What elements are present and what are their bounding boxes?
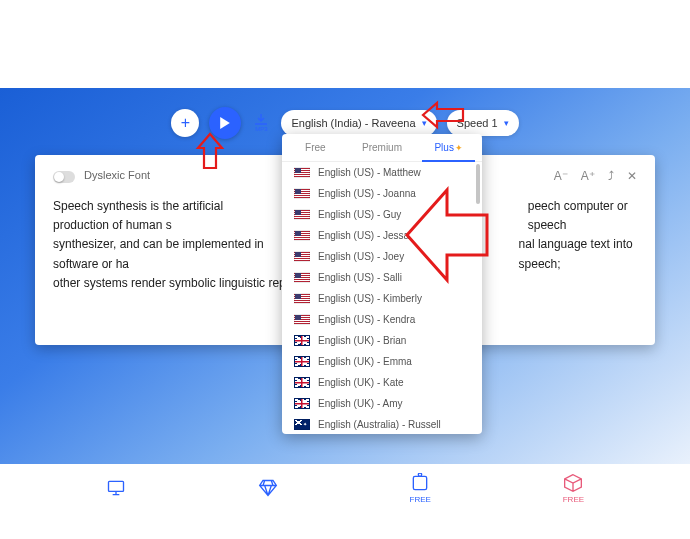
voice-option[interactable]: English (US) - Kendra bbox=[282, 309, 482, 330]
voice-option-label: English (UK) - Brian bbox=[318, 335, 406, 346]
download-icon bbox=[254, 114, 268, 126]
bottom-label-free: FREE bbox=[410, 495, 431, 504]
app-root: + MP3 English (India) - Raveena ▾ Speed … bbox=[0, 0, 690, 539]
voice-option[interactable]: English (Australia) - Russell bbox=[282, 414, 482, 434]
voice-option[interactable]: English (UK) - Brian bbox=[282, 330, 482, 351]
uk-flag-icon bbox=[294, 377, 310, 388]
voice-list[interactable]: English (US) - MatthewEnglish (US) - Joa… bbox=[282, 162, 482, 434]
voice-option-label: English (US) - Joey bbox=[318, 251, 404, 262]
voice-option[interactable]: English (US) - Salli bbox=[282, 267, 482, 288]
share-button[interactable]: ⤴ bbox=[608, 169, 614, 183]
body-line: synthesizer, and can be implemented in s… bbox=[53, 235, 269, 273]
bottom-item-4[interactable]: FREE bbox=[563, 473, 584, 504]
svg-rect-0 bbox=[108, 481, 123, 491]
tab-free[interactable]: Free bbox=[282, 134, 349, 161]
download-label: MP3 bbox=[255, 126, 267, 132]
voice-option-label: English (US) - Kendra bbox=[318, 314, 415, 325]
voice-option-label: English (UK) - Amy bbox=[318, 398, 402, 409]
play-icon bbox=[219, 117, 231, 129]
body-line: peech computer or speech bbox=[528, 197, 637, 235]
bottom-bar: FREE FREE bbox=[0, 473, 690, 503]
voice-option-label: English (US) - Matthew bbox=[318, 167, 421, 178]
voice-option-label: English (US) - Joanna bbox=[318, 188, 416, 199]
voice-select-button[interactable]: English (India) - Raveena ▾ bbox=[281, 110, 436, 136]
font-decrease-button[interactable]: A⁻ bbox=[554, 169, 568, 183]
us-flag-icon bbox=[294, 272, 310, 283]
voice-option-label: English (Australia) - Russell bbox=[318, 419, 441, 430]
voice-option[interactable]: English (US) - Kimberly bbox=[282, 288, 482, 309]
us-flag-icon bbox=[294, 188, 310, 199]
voice-option-label: English (US) - Salli bbox=[318, 272, 402, 283]
us-flag-icon bbox=[294, 167, 310, 178]
monitor-icon bbox=[106, 478, 126, 498]
voice-dropdown: Free Premium Plus✦ English (US) - Matthe… bbox=[282, 134, 482, 434]
header-whitespace bbox=[0, 0, 690, 88]
box-icon bbox=[563, 473, 583, 493]
voice-option-label: English (US) - Jessa bbox=[318, 230, 409, 241]
body-line: nal language text into speech; bbox=[519, 235, 637, 273]
download-button[interactable]: MP3 bbox=[251, 113, 271, 133]
voice-option-label: English (UK) - Kate bbox=[318, 377, 404, 388]
bottom-label-free-red: FREE bbox=[563, 495, 584, 504]
au-flag-icon bbox=[294, 419, 310, 430]
dyslexic-label: Dyslexic Font bbox=[84, 169, 150, 181]
chevron-down-icon: ▾ bbox=[504, 118, 509, 128]
us-flag-icon bbox=[294, 209, 310, 220]
us-flag-icon bbox=[294, 230, 310, 241]
chevron-down-icon: ▾ bbox=[422, 118, 427, 128]
voice-option-label: English (US) - Guy bbox=[318, 209, 401, 220]
bottom-item-1[interactable] bbox=[106, 478, 126, 498]
voice-option-label: English (UK) - Emma bbox=[318, 356, 412, 367]
extension-icon bbox=[410, 473, 430, 493]
voice-option-label: English (US) - Kimberly bbox=[318, 293, 422, 304]
close-button[interactable]: ✕ bbox=[627, 169, 637, 183]
body-line: Speech synthesis is the artificial produ… bbox=[53, 197, 278, 235]
uk-flag-icon bbox=[294, 335, 310, 346]
dyslexic-toggle-group[interactable]: Dyslexic Font bbox=[53, 169, 150, 182]
uk-flag-icon bbox=[294, 398, 310, 409]
dyslexic-toggle[interactable] bbox=[53, 171, 75, 183]
uk-flag-icon bbox=[294, 356, 310, 367]
svg-rect-1 bbox=[414, 476, 427, 489]
us-flag-icon bbox=[294, 314, 310, 325]
speed-label: Speed 1 bbox=[457, 117, 498, 129]
voice-option[interactable]: English (UK) - Amy bbox=[282, 393, 482, 414]
voice-option[interactable]: English (UK) - Kate bbox=[282, 372, 482, 393]
voice-option[interactable]: English (UK) - Emma bbox=[282, 351, 482, 372]
card-actions: A⁻ A⁺ ⤴ ✕ bbox=[544, 169, 637, 183]
scrollbar-thumb[interactable] bbox=[476, 164, 480, 204]
tab-premium[interactable]: Premium bbox=[349, 134, 416, 161]
diamond-icon bbox=[258, 478, 278, 498]
tab-plus-label: Plus bbox=[434, 142, 453, 153]
voice-selected-label: English (India) - Raveena bbox=[291, 117, 415, 129]
font-increase-button[interactable]: A⁺ bbox=[581, 169, 595, 183]
play-button[interactable] bbox=[209, 107, 241, 139]
us-flag-icon bbox=[294, 293, 310, 304]
bottom-item-2[interactable] bbox=[258, 478, 278, 498]
voice-option[interactable]: English (US) - Joanna bbox=[282, 183, 482, 204]
tab-plus[interactable]: Plus✦ bbox=[415, 134, 482, 161]
bottom-item-3[interactable]: FREE bbox=[410, 473, 431, 504]
voice-option[interactable]: English (US) - Guy bbox=[282, 204, 482, 225]
add-button[interactable]: + bbox=[171, 109, 199, 137]
us-flag-icon bbox=[294, 251, 310, 262]
voice-option[interactable]: English (US) - Jessa bbox=[282, 225, 482, 246]
voice-option[interactable]: English (US) - Joey bbox=[282, 246, 482, 267]
speed-select-button[interactable]: Speed 1 ▾ bbox=[447, 110, 519, 136]
dropdown-tabs: Free Premium Plus✦ bbox=[282, 134, 482, 162]
voice-option[interactable]: English (US) - Matthew bbox=[282, 162, 482, 183]
svg-point-2 bbox=[419, 473, 422, 476]
spark-icon: ✦ bbox=[455, 143, 463, 153]
